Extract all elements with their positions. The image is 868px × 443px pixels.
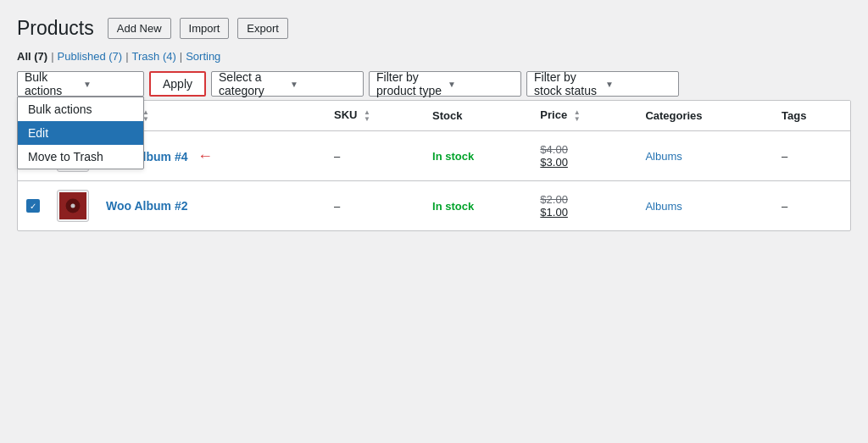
option-move-to-trash[interactable]: Move to Trash (18, 145, 143, 169)
row1-price-orig: $4.00 (540, 143, 568, 156)
row2-category[interactable]: Albums (645, 200, 682, 213)
row1-stock-status: In stock (432, 150, 474, 163)
option-bulk-actions[interactable]: Bulk actions (18, 97, 143, 121)
row1-price-cell: $4.00 $3.00 (531, 131, 637, 181)
page-header: Products Add New Import Export (17, 17, 851, 40)
row2-price-cell: $2.00 $1.00 (531, 181, 637, 231)
export-button[interactable]: Export (237, 18, 288, 39)
col-tags: Tags (773, 101, 850, 131)
row2-stock-status: In stock (432, 200, 474, 213)
sep3: | (180, 50, 182, 63)
row1-red-arrow: ← (198, 147, 213, 164)
row2-price-sale: $1.00 (540, 206, 568, 219)
product-type-chevron: ▼ (448, 80, 514, 89)
row2-price-orig: $2.00 (540, 193, 568, 206)
bulk-actions-select[interactable]: Bulk actions ▼ (17, 71, 144, 97)
stock-status-value: Filter by stock status (534, 70, 600, 97)
filter-sorting[interactable]: Sorting (186, 50, 220, 63)
bulk-actions-wrap: Bulk actions ▼ Bulk actions Edit Move to… (17, 71, 144, 97)
table-row: Woo Album #2 – In stock $2.00 $1.00 Albu… (18, 181, 850, 231)
category-select[interactable]: Select a category ▼ (211, 71, 364, 97)
row2-category-cell: Albums (637, 181, 773, 231)
col-categories: Categories (637, 101, 773, 131)
svg-point-6 (70, 203, 75, 208)
row2-checkbox-cell (18, 181, 48, 231)
row2-image-cell (48, 181, 97, 231)
row2-checkbox[interactable] (26, 199, 40, 213)
row1-category-cell: Albums (637, 131, 773, 181)
filter-trash[interactable]: Trash (4) (132, 50, 176, 63)
row2-sku-cell: – (326, 181, 424, 231)
price-sort-icon: ▲▼ (574, 109, 581, 123)
row2-album-art (59, 192, 86, 219)
row1-tags-cell: – (773, 131, 850, 181)
col-price[interactable]: Price ▲▼ (531, 101, 637, 131)
row1-sku-cell: – (326, 131, 424, 181)
row2-product-image (57, 190, 89, 222)
sku-sort-icon: ▲▼ (364, 109, 370, 123)
bulk-actions-value: Bulk actions (25, 70, 78, 97)
row2-tags-cell: – (773, 181, 850, 231)
page-title: Products (17, 17, 94, 40)
row2-stock-cell: In stock (424, 181, 531, 231)
col-sku[interactable]: SKU ▲▼ (326, 101, 424, 131)
row2-product-name[interactable]: Woo Album #2 (106, 199, 187, 213)
page-wrap: Products Add New Import Export All (7) |… (0, 0, 868, 248)
product-type-value: Filter by product type (376, 70, 442, 97)
category-value: Select a category (219, 70, 285, 97)
row1-stock-cell: In stock (424, 131, 531, 181)
bulk-actions-dropdown: Bulk actions Edit Move to Trash (17, 97, 144, 169)
bulk-actions-chevron: ▼ (83, 80, 136, 89)
sep2: | (125, 50, 128, 63)
toolbar: Bulk actions ▼ Bulk actions Edit Move to… (17, 71, 851, 97)
product-type-select[interactable]: Filter by product type ▼ (369, 71, 521, 97)
sep1: | (51, 50, 53, 63)
row1-price-sale: $3.00 (540, 156, 568, 169)
row2-name-cell: Woo Album #2 (97, 181, 326, 231)
filter-published[interactable]: Published (7) (58, 50, 123, 63)
filter-all[interactable]: All (7) (17, 50, 47, 63)
col-stock: Stock (424, 101, 531, 131)
stock-status-select[interactable]: Filter by stock status ▼ (526, 71, 679, 97)
add-new-button[interactable]: Add New (108, 18, 171, 39)
category-chevron: ▼ (290, 80, 356, 89)
row1-category[interactable]: Albums (645, 150, 682, 163)
stock-status-chevron: ▼ (605, 80, 671, 89)
apply-button[interactable]: Apply (149, 71, 206, 97)
filter-links: All (7) | Published (7) | Trash (4) | So… (17, 50, 851, 63)
import-button[interactable]: Import (180, 18, 230, 39)
option-edit[interactable]: Edit (18, 121, 143, 145)
